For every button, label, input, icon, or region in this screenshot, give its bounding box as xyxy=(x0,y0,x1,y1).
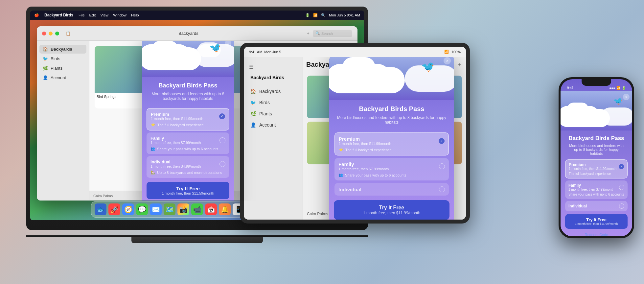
plan-family-header: Family 1 month free, then $7.99/month xyxy=(150,136,225,145)
iphone-cloud-right xyxy=(601,107,632,126)
cta-title: Try It Free xyxy=(150,186,225,191)
sidebar-item-birds[interactable]: 🐦 Birds xyxy=(39,54,86,63)
ipad-add-button[interactable]: ＋ xyxy=(457,60,463,68)
iphone-plan-premium-check: ✓ xyxy=(619,164,624,169)
dock-mail[interactable]: ✉️ xyxy=(150,203,162,215)
iphone-screen: 9:41 ●●● 📶 🔋 🐦 × xyxy=(561,79,632,236)
sidebar-toggle-icon[interactable]: ☰ xyxy=(249,64,254,70)
menu-help[interactable]: Help xyxy=(131,13,139,17)
ipad-plan-family-price: 1 month free, then $7.99/month xyxy=(338,167,389,171)
spotlight-icon[interactable]: 🔍 xyxy=(321,13,326,17)
dock-finder[interactable]: 🐟 xyxy=(95,203,106,215)
ipad-sidebar-label-account: Account xyxy=(259,122,276,128)
iphone-redeem-link[interactable]: Redeem Code xyxy=(565,231,628,236)
ipad-cta-button[interactable]: Try It Free 1 month free, then $11.99/mo… xyxy=(334,200,449,220)
add-button[interactable]: ＋ xyxy=(306,31,310,36)
iphone-notch xyxy=(582,79,611,86)
sidebar-label-backyards: Backyards xyxy=(51,47,72,52)
ipad-plan-family[interactable]: Family 1 month free, then $7.99/month 👥 … xyxy=(334,158,449,180)
ipad-sidebar-account[interactable]: 👤 Account xyxy=(247,120,299,130)
search-icon: 🔍 xyxy=(315,31,320,36)
sidebar-item-account[interactable]: 👤 Account xyxy=(39,73,86,82)
iphone-plan-family-info: Family 1 month free, then $7.99/month xyxy=(568,183,614,191)
sidebar-label-birds: Birds xyxy=(51,56,60,61)
ipad-plan-individual[interactable]: Individual xyxy=(334,183,449,196)
plan-family[interactable]: Family 1 month free, then $7.99/month 👥 … xyxy=(147,132,229,154)
wifi-icon: 📶 xyxy=(313,13,318,17)
iphone-cta-button[interactable]: Try It Free 1 month free, then $11.99/mo… xyxy=(565,214,628,229)
ipad-plan-individual-name: Individual xyxy=(338,187,361,192)
macbook-menubar: 🍎 Backyard Birds File Edit View Window H… xyxy=(30,11,364,20)
menu-items: File Edit View Window Help xyxy=(79,13,139,17)
iphone-plan-individual[interactable]: Individual xyxy=(565,201,628,211)
iphone-modal-body: Backyard Birds Pass More birdhouses and … xyxy=(561,130,632,236)
iphone-plan-individual-name: Individual xyxy=(568,204,587,208)
app-name-menu[interactable]: Backyard Birds xyxy=(44,13,73,17)
dock-calendar[interactable]: 📅 xyxy=(205,203,217,215)
iphone-statusbar-right: ●●● 📶 🔋 xyxy=(609,86,626,90)
search-bar[interactable]: 🔍 Search xyxy=(313,30,352,37)
menu-edit[interactable]: Edit xyxy=(89,13,96,17)
ipad-cta-sub: 1 month free, then $11.99/month xyxy=(338,211,445,215)
plan-premium[interactable]: Premium 1 month free, then $11.99/month … xyxy=(147,108,229,130)
fullscreen-button[interactable] xyxy=(55,32,59,36)
battery-icon: 🔋 xyxy=(305,13,310,17)
iphone-plan-family-name: Family xyxy=(568,183,614,188)
minimize-button[interactable] xyxy=(49,32,53,36)
iphone-device: 9:41 ●●● 📶 🔋 🐦 × xyxy=(559,77,634,238)
ipad-plan-premium-name: Premium xyxy=(339,136,391,142)
iphone-plan-family-price: 1 month free, then $7.99/month xyxy=(568,188,614,191)
ipad-plan-premium-price: 1 month free, then $11.99/month xyxy=(339,142,391,146)
hummingbird-icon: 🐦 xyxy=(209,42,221,53)
iphone-modal-title: Backyard Birds Pass xyxy=(565,130,628,144)
dock-launchpad[interactable]: 🚀 xyxy=(108,203,120,215)
iphone-plan-premium[interactable]: Premium 1 month free, then $11.99/month … xyxy=(565,159,628,178)
menu-view[interactable]: View xyxy=(100,13,108,17)
mac-cta-button[interactable]: Try It Free 1 month free, then $11.59/mo… xyxy=(147,182,229,199)
ipad-plan-premium-check: ✓ xyxy=(439,138,445,144)
iphone-modal-subtitle: More birdhouses and feeders with up to 8… xyxy=(565,144,628,159)
dock-safari[interactable]: 🧭 xyxy=(122,203,134,215)
mac-modal-title: Backyard Birds Pass xyxy=(142,77,234,92)
ipad-plan-premium-desc: ⭐ The full backyard experience xyxy=(339,148,445,152)
menu-window[interactable]: Window xyxy=(113,13,126,17)
ipad-hummingbird-icon: 🐦 xyxy=(421,60,434,73)
ipad-plan-premium[interactable]: Premium 1 month free, then $11.99/month … xyxy=(334,132,449,155)
plan-individual-name: Individual xyxy=(150,159,201,164)
close-button[interactable] xyxy=(42,32,46,36)
ipad-plan-individual-check xyxy=(439,186,445,192)
ipad-cta-label: Try It Free xyxy=(338,205,445,211)
apple-menu-icon[interactable]: 🍎 xyxy=(34,13,39,17)
plan-family-price: 1 month free, then $7.99/month xyxy=(150,141,201,145)
plan-individual-check xyxy=(219,161,225,167)
ipad-sidebar-plants[interactable]: 🌿 Plants xyxy=(247,108,299,119)
mac-modal-subtitle: More birdhouses and feeders with up to 8… xyxy=(142,92,234,106)
plan-family-desc: 👥 Share your pass with up to 6 accounts xyxy=(150,147,225,151)
ipad-date: Mon Jun 5 xyxy=(264,50,281,54)
sidebar-item-backyards[interactable]: 🏠 Backyards xyxy=(39,45,86,54)
iphone-plan-premium-price: 1 month free, then $11.99/month xyxy=(569,167,616,171)
ipad-sidebar-backyards[interactable]: 🏠 Backyards xyxy=(247,86,299,97)
ipad-plan-family-header: Family 1 month free, then $7.99/month xyxy=(338,161,445,171)
ipad-subscription-modal: 🐦 × Backyard Birds Pass More birdhouses … xyxy=(329,57,454,220)
ipad-modal-close-button[interactable]: × xyxy=(444,57,451,64)
bottom-bar-text: Calm Palms xyxy=(93,194,113,198)
plan-individual[interactable]: Individual 1 month free, then $4.99/mont… xyxy=(147,156,229,178)
ipad-device: 9:41 AM Mon Jun 5 📶 100% ☰ Backyard Bird… xyxy=(240,43,470,224)
ipad-sidebar-label-birds: Birds xyxy=(259,100,270,105)
plan-premium-price: 1 month free, then $11.99/month xyxy=(151,117,203,121)
iphone-modal-close-button[interactable]: × xyxy=(623,94,630,100)
sidebar-item-plants[interactable]: 🌿 Plants xyxy=(39,64,86,73)
dock-maps[interactable]: 🗺️ xyxy=(164,203,175,215)
dock-reminders[interactable]: 🔔 xyxy=(219,203,231,215)
dock-facetime[interactable]: 📹 xyxy=(191,203,203,215)
ipad-plan-family-desc: 👥 Share your pass with up to 6 accounts xyxy=(338,173,445,177)
dock-photos[interactable]: 📸 xyxy=(177,203,189,215)
mac-sidebar: 🏠 Backyards 🐦 Birds 🌿 Plants xyxy=(37,41,89,201)
ipad-sidebar-label-plants: Plants xyxy=(259,111,272,116)
menu-file[interactable]: File xyxy=(79,13,85,17)
iphone-plan-family[interactable]: Family 1 month free, then $7.99/month Sh… xyxy=(565,180,628,199)
dock-messages[interactable]: 💬 xyxy=(136,203,148,215)
ipad-sidebar-birds[interactable]: 🐦 Birds xyxy=(247,97,299,108)
ipad-sidebar: ☰ Backyard Birds 🏠 Backyards 🐦 Birds � xyxy=(244,57,303,220)
